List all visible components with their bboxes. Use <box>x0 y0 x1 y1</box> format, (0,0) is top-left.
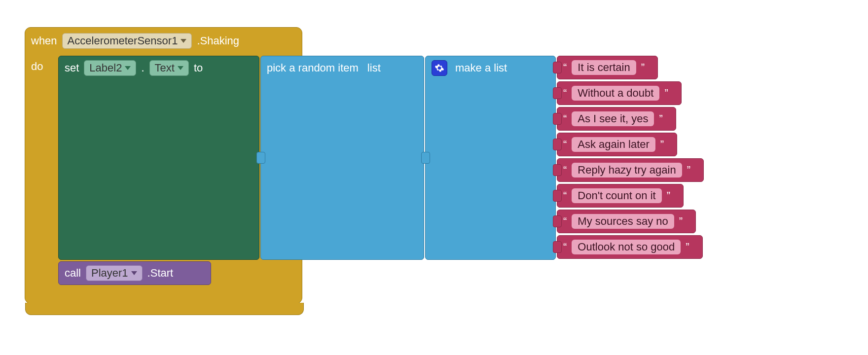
connector <box>553 87 562 99</box>
event-component-name: AccelerometerSensor1 <box>68 35 178 47</box>
close-quote: ” <box>659 112 662 125</box>
set-property-block[interactable]: set Label2 . Text to <box>58 56 259 260</box>
call-method-name: .Start <box>147 267 174 280</box>
set-component-dropdown[interactable]: Label2 <box>84 60 136 76</box>
chevron-down-icon <box>178 66 183 70</box>
list-slot-label: list <box>367 62 381 74</box>
text-literal-value[interactable]: Reply hazy try again <box>572 163 682 178</box>
text-literal-block[interactable]: “Ask again later” <box>557 133 677 156</box>
open-quote: “ <box>563 241 567 253</box>
text-literal-value[interactable]: As I see it, yes <box>572 111 654 126</box>
text-literal-block[interactable]: “It is certain” <box>557 56 658 79</box>
text-literal-value[interactable]: Outlook not so good <box>572 240 681 254</box>
set-row: set Label2 . Text to <box>59 56 259 80</box>
text-literal-row: “It is certain” <box>557 56 651 79</box>
open-quote: “ <box>563 138 567 151</box>
text-literal-block[interactable]: “Without a doubt” <box>557 81 682 105</box>
chevron-down-icon <box>131 271 137 275</box>
text-literal-row: “Don't count on it” <box>557 184 676 207</box>
close-quote: ” <box>686 241 689 253</box>
make-list-row: make a list <box>426 56 555 80</box>
close-quote: ” <box>641 61 645 74</box>
event-footer <box>25 303 304 315</box>
text-literal-row: “Outlook not so good” <box>557 236 695 258</box>
text-literal-block[interactable]: “Outlook not so good” <box>557 235 703 259</box>
chevron-down-icon <box>125 66 131 70</box>
when-keyword: when <box>31 35 57 47</box>
open-quote: “ <box>563 87 567 100</box>
text-literal-row: “Ask again later” <box>557 133 670 156</box>
connector <box>553 113 562 125</box>
text-literal-row: “Reply hazy try again” <box>557 159 696 181</box>
gear-icon[interactable] <box>432 60 447 76</box>
event-component-dropdown[interactable]: AccelerometerSensor1 <box>62 33 192 49</box>
make-a-list-block[interactable]: make a list <box>425 56 556 260</box>
set-keyword: set <box>65 62 79 74</box>
text-literal-row: “My sources say no” <box>557 210 688 233</box>
call-row: call Player1 .Start <box>59 262 211 284</box>
close-quote: ” <box>667 189 670 202</box>
connector <box>553 190 562 202</box>
set-component-name: Label2 <box>89 62 122 74</box>
gear-svg <box>434 63 444 73</box>
text-literal-block[interactable]: “As I see it, yes” <box>557 107 676 131</box>
call-method-block[interactable]: call Player1 .Start <box>58 261 211 285</box>
call-component-dropdown[interactable]: Player1 <box>86 265 143 281</box>
text-literal-value[interactable]: It is certain <box>572 60 636 75</box>
set-property-name: Text <box>155 62 175 74</box>
connector <box>553 164 562 176</box>
connector <box>421 152 430 164</box>
close-quote: ” <box>679 215 683 228</box>
text-literal-value[interactable]: Don't count on it <box>572 188 661 203</box>
do-keyword: do <box>31 60 43 73</box>
text-literal-value[interactable]: Without a doubt <box>572 86 659 101</box>
text-literal-row: “As I see it, yes” <box>557 107 669 130</box>
close-quote: ” <box>660 138 664 151</box>
chevron-down-icon <box>181 39 186 43</box>
text-literal-block[interactable]: “Don't count on it” <box>557 184 684 208</box>
connector <box>553 139 562 150</box>
event-header: when AccelerometerSensor1 .Shaking <box>25 28 302 54</box>
text-literal-block[interactable]: “My sources say no” <box>557 210 696 233</box>
open-quote: “ <box>563 112 567 125</box>
close-quote: ” <box>664 87 668 100</box>
connector <box>553 215 562 227</box>
open-quote: “ <box>563 61 567 74</box>
connector <box>553 241 562 253</box>
dot: . <box>141 62 144 74</box>
open-quote: “ <box>563 189 567 202</box>
connector <box>553 62 562 73</box>
close-quote: ” <box>687 164 690 177</box>
open-quote: “ <box>563 164 567 177</box>
to-keyword: to <box>194 62 203 74</box>
event-name: .Shaking <box>197 35 239 47</box>
text-literal-value[interactable]: Ask again later <box>572 137 655 152</box>
set-property-dropdown[interactable]: Text <box>149 60 189 76</box>
pick-random-item-block[interactable]: pick a random item list <box>260 56 424 260</box>
text-literal-block[interactable]: “Reply hazy try again” <box>557 158 704 182</box>
text-literal-value[interactable]: My sources say no <box>572 214 674 229</box>
call-keyword: call <box>65 267 81 280</box>
text-literal-row: “Without a doubt” <box>557 82 674 105</box>
pick-random-row: pick a random item list <box>261 56 424 80</box>
connector <box>256 152 265 164</box>
open-quote: “ <box>563 215 567 228</box>
call-component-name: Player1 <box>91 267 128 280</box>
pick-random-label: pick a random item <box>267 62 359 74</box>
make-a-list-label: make a list <box>455 62 507 74</box>
